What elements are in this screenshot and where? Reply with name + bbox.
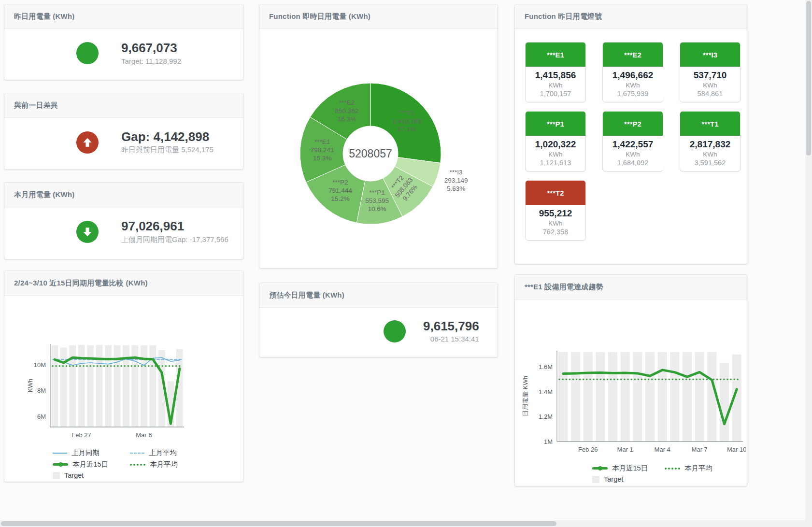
kpi-value: 9,615,796 xyxy=(423,319,479,334)
tile-unit: KWh xyxy=(527,82,584,89)
legend-item[interactable]: 上月同期 xyxy=(53,448,130,457)
card-title: 與前一日差異 xyxy=(14,101,58,109)
dashboard: 昨日用電量 (KWh) 9,667,073 Target: 11,128,992… xyxy=(0,0,812,527)
e1-trend-chart: 1M1.2M1.4M1.6MFeb 26Mar 1Mar 4Mar 7Mar 1… xyxy=(515,302,746,462)
tile-value: 1,020,322 xyxy=(527,139,584,150)
light-tile-p2: ***P2 1,422,557 KWh 1,684,092 xyxy=(602,111,663,171)
svg-text:KWh: KWh xyxy=(27,379,34,392)
legend-label: 本月平均 xyxy=(150,460,178,469)
kpi-value: 9,667,073 xyxy=(121,41,181,56)
legend-item[interactable]: 本月平均 xyxy=(665,464,737,473)
light-tile-t1: ***T1 2,817,832 KWh 3,591,562 xyxy=(680,111,741,171)
card-title: 預估今日用電量 (KWh) xyxy=(269,291,344,299)
kpi-value: 97,026,961 xyxy=(121,219,228,234)
card-month-usage: 本月用電量 (KWh) 97,026,961 上個月同期用電Gap: -17,3… xyxy=(4,182,243,259)
light-tile-t2: ***T2 955,212 KWh 762,358 xyxy=(525,180,586,241)
square-swatch-icon xyxy=(592,476,599,483)
tile-header: ***T2 xyxy=(526,181,585,205)
tile-target: 1,121,613 xyxy=(527,159,584,167)
card-title: Function 即時日用電量 (KWh) xyxy=(269,12,370,20)
svg-text:日用電量 KWh: 日用電量 KWh xyxy=(522,376,529,416)
legend-item[interactable]: Target xyxy=(53,471,130,479)
tile-target: 584,861 xyxy=(682,90,738,98)
card-title: Function 昨日用電燈號 xyxy=(525,12,602,20)
svg-text:Mar 6: Mar 6 xyxy=(136,431,152,439)
tile-unit: KWh xyxy=(605,151,661,158)
status-circle-icon xyxy=(76,42,99,64)
dotted-line-swatch-icon xyxy=(665,468,680,470)
legend-label: 本月近15日 xyxy=(72,460,108,469)
legend-label: 本月近15日 xyxy=(612,464,648,473)
light-tile-e2: ***E2 1,496,662 KWh 1,675,939 xyxy=(602,42,663,102)
tile-target: 762,358 xyxy=(527,228,584,236)
card-title: 2/24~3/10 近15日同期用電量比較 (KWh) xyxy=(14,279,148,287)
tile-header: ***T1 xyxy=(680,112,740,136)
svg-text:8M: 8M xyxy=(37,387,46,394)
tile-header: ***I3 xyxy=(680,43,740,67)
arrow-down-icon xyxy=(76,221,99,243)
svg-text:6M: 6M xyxy=(37,413,46,420)
legend-item[interactable]: 上月平均 xyxy=(130,448,207,457)
svg-text:***I3293,1495.63%: ***I3293,1495.63% xyxy=(444,169,468,192)
square-swatch-icon xyxy=(53,472,60,479)
legend-item[interactable]: Target xyxy=(592,475,665,483)
card-header: Function 即時日用電量 (KWh) xyxy=(259,4,498,29)
vertical-scrollbar[interactable] xyxy=(805,0,812,527)
horizontal-scrollbar-thumb[interactable] xyxy=(1,521,556,526)
chart-legend: 本月近15日 本月平均 Target xyxy=(592,464,747,483)
tile-unit: KWh xyxy=(682,151,738,158)
svg-text:Mar 10: Mar 10 xyxy=(727,446,746,453)
tile-value: 1,415,856 xyxy=(527,70,584,81)
tile-value: 955,212 xyxy=(527,208,584,219)
card-gap-previous-day: 與前一日差異 Gap: 4,142,898 昨日與前日用電量 5,524,175 xyxy=(4,93,243,170)
tile-header: ***P2 xyxy=(603,112,663,136)
horizontal-scrollbar[interactable] xyxy=(0,520,812,527)
card-estimated-today-usage: 預估今日用電量 (KWh) 9,615,796 06-21 15:34:41 xyxy=(259,283,498,357)
card-realtime-usage-donut: Function 即時日用電量 (KWh) ***T11,413,18327.1… xyxy=(259,4,498,269)
tile-header: ***E1 xyxy=(526,43,585,67)
svg-text:Mar 4: Mar 4 xyxy=(655,446,670,453)
card-header: 2/24~3/10 近15日同期用電量比較 (KWh) xyxy=(4,271,243,296)
thick-line-swatch-icon xyxy=(592,467,608,470)
legend-item[interactable]: 本月近15日 xyxy=(592,464,665,473)
card-e1-trend-chart: ***E1 設備用電達成趨勢 1M1.2M1.4M1.6MFeb 26Mar 1… xyxy=(514,274,747,486)
tile-value: 1,496,662 xyxy=(605,70,661,81)
tile-target: 1,700,157 xyxy=(527,90,584,98)
kpi-subtitle: 昨日與前日用電量 5,524,175 xyxy=(121,145,214,155)
card-header: 預估今日用電量 (KWh) xyxy=(259,283,498,308)
light-tile-e1: ***E1 1,415,856 KWh 1,700,157 xyxy=(525,42,586,102)
tile-target: 1,675,939 xyxy=(605,90,661,98)
legend-label: Target xyxy=(604,475,623,483)
card-header: Function 昨日用電燈號 xyxy=(515,4,747,29)
legend-label: 上月同期 xyxy=(71,448,100,457)
tile-header: ***P1 xyxy=(526,112,585,136)
card-header: 本月用電量 (KWh) xyxy=(4,183,243,207)
thick-line-swatch-icon xyxy=(53,463,68,466)
svg-text:Feb 26: Feb 26 xyxy=(578,446,598,453)
svg-text:Mar 7: Mar 7 xyxy=(692,446,708,453)
tile-value: 2,817,832 xyxy=(682,139,738,150)
chart-legend: 上月同期 上月平均 本月近15日 本月平均 Target xyxy=(53,448,243,479)
legend-label: Target xyxy=(64,471,84,479)
light-tile-i3: ***I3 537,710 KWh 584,861 xyxy=(680,42,741,102)
legend-item[interactable]: 本月平均 xyxy=(130,460,207,469)
svg-text:5208057: 5208057 xyxy=(349,147,392,160)
vertical-scrollbar-thumb[interactable] xyxy=(806,1,811,156)
svg-text:10M: 10M xyxy=(34,361,46,369)
tile-unit: KWh xyxy=(527,220,584,227)
kpi-timestamp: 06-21 15:34:41 xyxy=(423,335,479,343)
kpi-value: Gap: 4,142,898 xyxy=(121,130,214,144)
legend-item[interactable]: 本月近15日 xyxy=(53,460,130,469)
tile-unit: KWh xyxy=(682,82,738,89)
tile-unit: KWh xyxy=(527,151,584,158)
card-title: 昨日用電量 (KWh) xyxy=(14,12,75,20)
card-usage-compare-chart: 2/24~3/10 近15日同期用電量比較 (KWh) 6M8M10MFeb 2… xyxy=(4,271,243,482)
dashed-line-swatch-icon xyxy=(130,453,144,454)
card-yesterday-usage: 昨日用電量 (KWh) 9,667,073 Target: 11,128,992 xyxy=(4,4,243,80)
svg-text:1.2M: 1.2M xyxy=(539,413,553,420)
tile-target: 1,684,092 xyxy=(605,159,661,167)
tile-value: 537,710 xyxy=(682,70,738,81)
card-header: 與前一日差異 xyxy=(4,93,243,118)
status-circle-icon xyxy=(384,320,406,342)
kpi-subtitle: Target: 11,128,992 xyxy=(121,57,181,65)
